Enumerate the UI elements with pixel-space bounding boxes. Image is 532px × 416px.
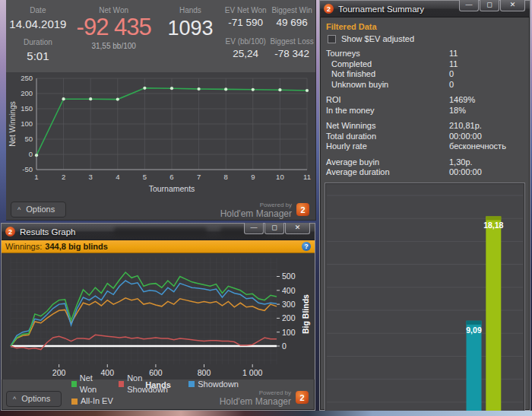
tournaments-chart-svg: -500501001502002501234567891011Net Winni… xyxy=(6,72,316,199)
results-titlebar[interactable]: 2 Results Graph — ◻ ✕ xyxy=(2,224,315,240)
ev-bb100-label: EV (bb/100) xyxy=(223,36,268,46)
minimize-button[interactable]: — xyxy=(459,0,479,11)
all-in-ev-swatch-icon xyxy=(71,399,78,405)
non-showdown-swatch-icon xyxy=(119,381,124,387)
showdown-swatch-icon xyxy=(188,381,195,387)
stat-row: Average duration00:00:00 xyxy=(326,167,524,178)
show-ev-adjusted-option[interactable]: Show $EV adjusted xyxy=(328,34,524,43)
svg-text:1: 1 xyxy=(34,173,38,181)
minimize-button[interactable]: — xyxy=(244,223,264,234)
collapse-caret-icon: ^ xyxy=(17,206,21,214)
legend-non-showdown: Non Showdown xyxy=(119,373,176,395)
svg-text:500: 500 xyxy=(282,272,296,281)
svg-text:2: 2 xyxy=(62,173,65,181)
hm2-logo-icon: 2 xyxy=(5,227,15,237)
results-chart: 0100200300400500Big Blinds2004006008001 … xyxy=(2,253,315,379)
options-bar: ^Options Powered by Hold'em Manager 2 xyxy=(6,198,315,220)
svg-text:1 000: 1 000 xyxy=(242,368,262,377)
svg-text:18,18: 18,18 xyxy=(483,221,503,230)
winnings-value: 344,8 big blinds xyxy=(45,242,108,251)
svg-text:7: 7 xyxy=(197,173,201,181)
ev-net-won-label: EV Net Won xyxy=(223,5,268,14)
svg-text:10: 10 xyxy=(276,173,284,181)
legend-all-in-ev: All-In EV xyxy=(71,395,113,407)
brand-text: Hold'em Manager xyxy=(220,396,291,407)
window-title: Results Graph xyxy=(20,227,76,237)
powered-by-brand: Powered by Hold'em Manager 2 xyxy=(220,389,309,405)
stat-row: ROI1469% xyxy=(326,95,524,106)
stat-row: Average buyin1,30р. xyxy=(326,157,524,168)
duration-value: 5:01 xyxy=(6,49,70,62)
svg-text:150: 150 xyxy=(21,104,33,113)
svg-text:100: 100 xyxy=(21,119,33,128)
svg-text:3: 3 xyxy=(89,173,93,181)
stat-row: Not finished0 xyxy=(326,69,524,80)
results-chart-svg: 0100200300400500Big Blinds2004006008001 … xyxy=(2,253,315,379)
biggest-win-value: 49 696 xyxy=(268,17,315,28)
winnings-banner: Winnings: 344,8 big blinds ? xyxy=(2,240,315,253)
filtered-data-header: Filtered Data xyxy=(326,21,524,33)
brand-text: Hold'em Manager xyxy=(220,208,292,219)
svg-text:200: 200 xyxy=(282,313,296,322)
date-label: Date xyxy=(6,5,70,14)
hands-value: 1093 xyxy=(158,14,223,42)
svg-text:9: 9 xyxy=(251,173,255,181)
svg-text:100: 100 xyxy=(282,328,296,337)
svg-text:11: 11 xyxy=(303,173,311,181)
svg-text:4: 4 xyxy=(116,173,119,181)
hm2-logo-icon: 2 xyxy=(324,4,334,14)
close-button[interactable]: ✕ xyxy=(500,0,525,11)
biggest-loss-label: Biggest Loss xyxy=(268,36,315,46)
powered-by-brand: Powered by Hold'em Manager 2 xyxy=(220,202,309,218)
stat-row: Unknown buyin0 xyxy=(326,80,524,91)
maximize-button[interactable]: ◻ xyxy=(480,0,499,11)
checkbox-icon[interactable] xyxy=(328,35,336,43)
window-title: Tournament Summary xyxy=(338,5,424,14)
stat-row: Hourly rateбесконечность xyxy=(326,141,524,152)
biggest-win-label: Biggest Win xyxy=(268,5,315,14)
checkbox-label: Show $EV adjusted xyxy=(341,34,414,43)
finish-position-chart-svg: 010203040506079,09818,189010 xyxy=(325,183,524,416)
hm2-logo-icon: 2 xyxy=(296,391,309,404)
maximize-button[interactable]: ◻ xyxy=(264,223,284,234)
svg-text:-50: -50 xyxy=(22,165,33,173)
svg-text:Net Winnings: Net Winnings xyxy=(8,101,17,146)
duration-label: Duration xyxy=(6,37,70,46)
svg-text:50: 50 xyxy=(24,135,33,143)
svg-text:8: 8 xyxy=(224,173,228,181)
desktop-edge xyxy=(0,411,532,416)
session-stats-window: Date 14.04.2019 Duration 5:01 Net Won -9… xyxy=(6,0,316,221)
help-icon[interactable]: ? xyxy=(302,242,311,251)
collapse-caret-icon: ^ xyxy=(13,395,16,403)
date-value: 14.04.2019 xyxy=(6,17,70,30)
svg-text:Tournaments: Tournaments xyxy=(149,184,195,193)
options-button[interactable]: ^Options xyxy=(11,202,66,218)
svg-text:0: 0 xyxy=(282,341,287,351)
summary-titlebar[interactable]: 2 Tournament Summary — ◻ ✕ xyxy=(320,1,530,17)
net-won-value: -92 435 xyxy=(70,14,158,40)
results-graph-window: 2 Results Graph — ◻ ✕ Winnings: 344,8 bi… xyxy=(1,223,315,411)
stat-row: Completed11 xyxy=(326,59,524,70)
options-button[interactable]: ^Options xyxy=(6,391,62,407)
stat-row: Net Winnings210,81р. xyxy=(326,121,524,132)
svg-text:200: 200 xyxy=(21,89,33,97)
winnings-label: Winnings: xyxy=(5,242,42,251)
censored-text xyxy=(114,227,207,237)
hands-label: Hands xyxy=(158,5,223,14)
svg-text:250: 250 xyxy=(21,74,33,82)
stat-row: In the money18% xyxy=(326,106,524,116)
svg-text:300: 300 xyxy=(282,300,296,309)
ev-net-won-value: -71 590 xyxy=(223,17,268,28)
close-button[interactable]: ✕ xyxy=(285,223,310,234)
svg-text:400: 400 xyxy=(282,286,296,295)
ev-bb100-value: 25,24 xyxy=(223,48,268,59)
net-won-bb100: 31,55 bb/100 xyxy=(70,42,158,50)
hm2-logo-icon: 2 xyxy=(296,203,309,216)
tournaments-chart: -500501001502002501234567891011Net Winni… xyxy=(6,72,315,199)
biggest-loss-value: -78 342 xyxy=(268,48,315,59)
stat-row: Total duration00:00:00 xyxy=(326,132,524,142)
net-won-swatch-icon xyxy=(71,381,77,387)
stats-panel: Date 14.04.2019 Duration 5:01 Net Won -9… xyxy=(6,0,315,72)
svg-text:6: 6 xyxy=(169,173,173,181)
desktop: Date 14.04.2019 Duration 5:01 Net Won -9… xyxy=(0,0,532,416)
